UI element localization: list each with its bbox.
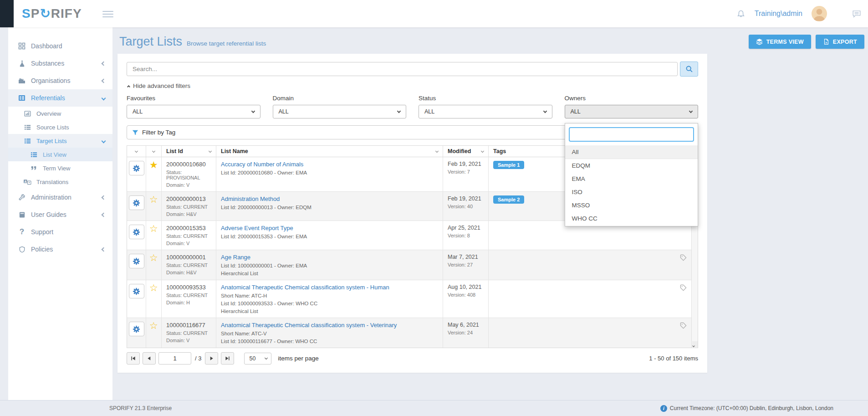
favourite-star-outline-icon[interactable]: ☆ [149, 321, 158, 330]
sidebar-item-referentials[interactable]: Referentials [8, 89, 112, 107]
modified-date: Aug 10, 2021 [448, 284, 484, 290]
terms-view-label: TERMS VIEW [766, 39, 804, 45]
prev-page-button[interactable] [143, 352, 156, 365]
sort-chevron-icon [209, 149, 212, 152]
next-page-button[interactable] [205, 352, 218, 365]
favourite-star-outline-icon[interactable]: ☆ [149, 195, 158, 204]
tag-icon[interactable] [680, 284, 687, 291]
list-name-link[interactable]: Accuracy of Number of Animals [221, 161, 303, 168]
sidebar-item-dashboard[interactable]: Dashboard [8, 37, 112, 55]
list-id: 200000015353 [166, 225, 211, 231]
gear-icon [133, 288, 140, 295]
chevron-down-icon [265, 356, 268, 360]
list-name-link[interactable]: Anatomical Therapeutic Chemical classifi… [221, 322, 397, 329]
chevron-left-icon [102, 247, 106, 252]
tag-badge[interactable]: Sample 1 [493, 161, 524, 169]
favourite-star-outline-icon[interactable]: ☆ [149, 253, 158, 262]
favourite-star-outline-icon[interactable]: ☆ [149, 224, 158, 233]
row-actions-button[interactable] [129, 284, 144, 298]
chevron-down-icon [251, 109, 255, 113]
terms-view-button[interactable]: TERMS VIEW [749, 35, 811, 49]
sidebar-label: List View [43, 151, 66, 158]
gear-icon [133, 199, 140, 207]
sidebar-item-organisations[interactable]: Organisations [8, 72, 112, 89]
sidebar-item-user-guides[interactable]: User Guides [8, 206, 112, 223]
username[interactable]: Training\admin [755, 10, 802, 18]
export-button[interactable]: x EXPORT [816, 35, 864, 49]
version: Version: 408 [448, 292, 484, 298]
owners-option-msso[interactable]: MSSO [565, 199, 698, 212]
row-actions-button[interactable] [129, 225, 144, 239]
svg-text:x: x [825, 41, 827, 44]
status-filter-label: Status [419, 95, 552, 102]
search-button[interactable] [680, 62, 698, 77]
tag-icon[interactable] [680, 254, 687, 261]
sidebar-item-translations[interactable]: A* Translations [8, 175, 112, 189]
footer: SPORIFY 21.3 Enterprise i Current Timezo… [0, 400, 868, 416]
row-actions-button[interactable] [129, 254, 144, 268]
list-extra: Hierarchical List [221, 271, 438, 276]
tag-badge[interactable]: Sample 2 [493, 195, 524, 204]
avatar[interactable] [812, 6, 827, 21]
row-actions-button[interactable] [129, 195, 144, 210]
column-header-list-name[interactable]: List Name [216, 146, 443, 157]
shield-icon [17, 246, 26, 253]
sidebar-item-source-lists[interactable]: Source Lists [8, 120, 112, 134]
sidebar-item-policies[interactable]: Policies [8, 241, 112, 258]
svg-text:*: * [29, 180, 30, 185]
domain-select[interactable]: ALL [273, 105, 407, 118]
owners-dropdown-search-input[interactable] [569, 127, 694, 142]
scroll-down-button[interactable] [692, 341, 698, 347]
owners-option-ema[interactable]: EMA [565, 172, 698, 185]
brand-logo[interactable]: SP↻RIFY [22, 6, 82, 21]
last-page-button[interactable] [221, 352, 234, 365]
chevron-down-icon [543, 109, 546, 113]
sidebar-item-substances[interactable]: Substances [8, 55, 112, 72]
owners-option-edqm[interactable]: EDQM [565, 159, 698, 172]
per-page-select[interactable]: 50 [244, 353, 271, 365]
sidebar-item-overview[interactable]: Overview [8, 107, 112, 120]
list-name-link[interactable]: Adverse Event Report Type [221, 225, 293, 231]
status-select[interactable]: ALL [419, 105, 552, 118]
list-name-link[interactable]: Age Range [221, 254, 250, 261]
page-title: Target Lists [119, 35, 182, 49]
first-page-button[interactable] [127, 352, 140, 365]
sidebar-item-support[interactable]: ? Support [8, 223, 112, 241]
owners-select[interactable]: ALL [565, 105, 699, 118]
page-input[interactable] [158, 352, 191, 365]
gear-icon [133, 228, 140, 236]
sidebar: Dashboard Substances Organisations Refer… [8, 27, 112, 400]
favourite-star-outline-icon[interactable]: ☆ [149, 283, 158, 293]
column-header-modified[interactable]: Modified [443, 146, 489, 157]
sidebar-item-list-view[interactable]: List View [8, 148, 112, 161]
search-input[interactable] [127, 62, 678, 76]
sidebar-item-target-lists[interactable]: Target Lists [8, 134, 112, 148]
list-id: 200000010680 [166, 161, 211, 168]
list-name-link[interactable]: Anatomical Therapeutic Chemical classifi… [221, 284, 389, 291]
owners-select-value: ALL [571, 108, 581, 115]
chat-icon[interactable] [852, 9, 861, 18]
content-card: Hide advanced filters Favourites ALL Dom… [117, 54, 707, 373]
sidebar-item-administration[interactable]: Administration [8, 189, 112, 206]
hamburger-icon[interactable] [102, 9, 113, 18]
brand-refresh-o-icon: ↻ [40, 6, 51, 21]
list-name-link[interactable]: Administration Method [221, 195, 280, 202]
favourites-select[interactable]: ALL [127, 105, 260, 118]
favourite-star-filled-icon[interactable]: ★ [149, 160, 158, 169]
owners-option-all[interactable]: All [565, 145, 698, 159]
column-menu-favourite[interactable] [146, 146, 162, 157]
book-icon [17, 211, 26, 218]
row-actions-button[interactable] [129, 161, 144, 175]
hide-advanced-filters-toggle[interactable]: Hide advanced filters [128, 82, 698, 89]
bell-icon[interactable] [736, 9, 745, 18]
list-subtext: List Id: 100000116677 - Owner: WHO CC [221, 339, 438, 344]
owners-option-who-cc[interactable]: WHO CC [565, 212, 698, 225]
column-header-list-id[interactable]: List Id [162, 146, 216, 157]
sidebar-item-term-view[interactable]: Term View [8, 161, 112, 175]
owners-option-iso[interactable]: ISO [565, 185, 698, 199]
row-status: Status: PROVISIONAL [166, 169, 211, 180]
funnel-icon [132, 129, 138, 136]
tag-icon[interactable] [680, 322, 687, 329]
column-menu-actions[interactable] [127, 146, 146, 157]
row-actions-button[interactable] [129, 322, 144, 336]
